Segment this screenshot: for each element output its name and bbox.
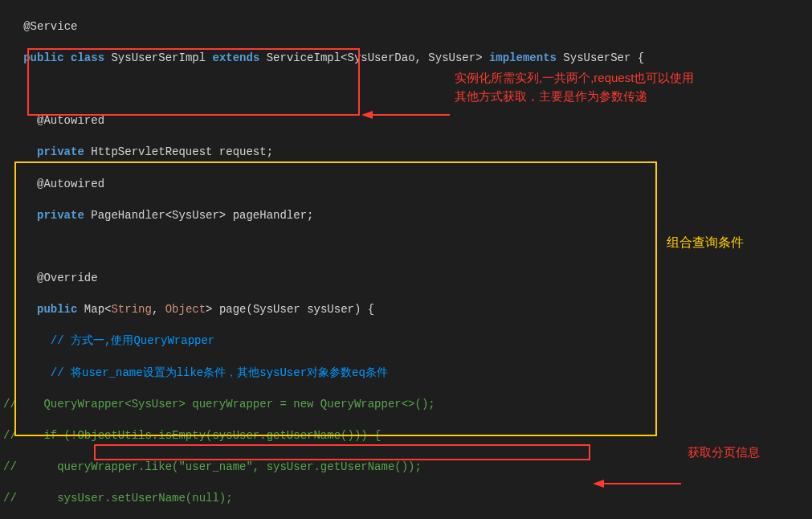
comment: // 将user_name设置为like条件，其他sysUser对象参数eq条件 bbox=[51, 366, 388, 379]
annotation-get-page: 获取分页信息 bbox=[688, 443, 760, 462]
annotation-combine-query: 组合查询条件 bbox=[667, 234, 744, 251]
svg-marker-3 bbox=[593, 480, 604, 488]
text: , bbox=[152, 303, 165, 316]
kw-implements: implements bbox=[489, 51, 557, 64]
comment: // 方式一,使用QueryWrapper bbox=[51, 334, 214, 347]
code-block: @Service public class SysUserSerImpl ext… bbox=[3, 3, 809, 519]
highlight-box-return bbox=[94, 444, 590, 460]
comment: QueryWrapper<SysUser> queryWrapper = new… bbox=[17, 398, 435, 411]
kw-public: public bbox=[23, 51, 63, 64]
anno-line1: 实例化所需实列,一共两个,request也可以使用 bbox=[455, 71, 694, 84]
annotation-instantiate: 实例化所需实列,一共两个,request也可以使用 其他方式获取，主要是作为参数… bbox=[455, 69, 792, 105]
comment-slash: // bbox=[3, 398, 17, 411]
kw-private: private bbox=[37, 145, 84, 158]
kw-public: public bbox=[37, 303, 77, 316]
text: SysUserSerImpl bbox=[104, 51, 212, 64]
text: PageHandler<SysUser> pageHandler; bbox=[84, 209, 314, 222]
comment: queryWrapper.like("user_name", sysUser.g… bbox=[17, 460, 422, 473]
text: HttpServletRequest request; bbox=[84, 145, 273, 158]
svg-marker-1 bbox=[361, 111, 373, 119]
text: SysUserSer { bbox=[557, 51, 644, 64]
kw-extends: extends bbox=[212, 51, 259, 64]
comment-slash: // bbox=[3, 460, 17, 473]
comment-slash: // bbox=[3, 429, 17, 442]
comment: if (!ObjectUtils.isEmpty(sysUser.getUser… bbox=[17, 429, 382, 442]
comment-slash: // bbox=[3, 492, 17, 505]
anno-line2: 其他方式获取，主要是作为参数传递 bbox=[455, 89, 647, 103]
comment: sysUser.setUserName(null); bbox=[17, 492, 233, 505]
text: > page(SysUser sysUser) { bbox=[206, 303, 374, 316]
type-string: String bbox=[111, 303, 151, 316]
annotation-override: @Override bbox=[37, 272, 98, 284]
kw-class: class bbox=[71, 51, 104, 64]
annotation-autowired: @Autowired bbox=[37, 114, 104, 127]
arrow-icon bbox=[361, 78, 450, 89]
arrow-icon bbox=[593, 447, 681, 458]
text: Map< bbox=[77, 303, 111, 316]
type-object: Object bbox=[165, 303, 206, 316]
kw-private: private bbox=[37, 209, 84, 222]
annotation-autowired: @Autowired bbox=[37, 178, 104, 190]
annotation-service: @Service bbox=[23, 20, 77, 33]
text: ServiceImpl<SysUserDao, SysUser> bbox=[259, 51, 489, 64]
highlight-box-query bbox=[14, 161, 657, 436]
